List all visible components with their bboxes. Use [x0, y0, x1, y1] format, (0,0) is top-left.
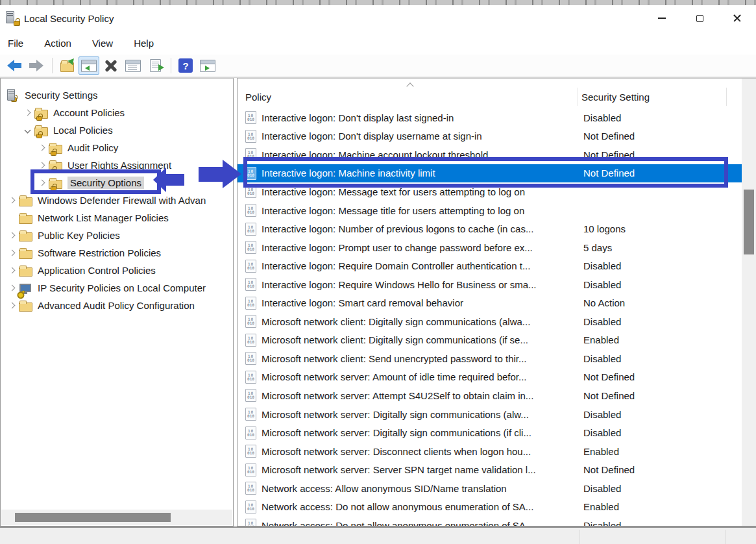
tree-item-icon	[49, 142, 64, 155]
policy-row[interactable]: Interactive logon: Prompt user to change…	[238, 238, 742, 257]
toolbar	[0, 55, 756, 77]
sidebar-item-application-control-policies[interactable]: Application Control Policies	[1, 262, 233, 279]
policy-row[interactable]: Microsoft network server: Server SPN tar…	[238, 460, 742, 479]
policy-setting-value: 10 logons	[583, 223, 626, 234]
maximize-button[interactable]	[681, 5, 718, 31]
sidebar-item-ip-security-policies-on-local-computer[interactable]: IP Security Policies on Local Computer	[1, 279, 233, 297]
bottom-strip-line	[579, 530, 580, 544]
delete-button[interactable]	[101, 56, 121, 75]
tree-item-icon	[19, 194, 34, 207]
column-header-policy[interactable]: Policy	[245, 92, 271, 103]
list-vertical-scrollbar-thumb[interactable]	[744, 190, 754, 254]
policy-rows: Interactive logon: Don't display last si…	[238, 108, 742, 526]
menu-item-action[interactable]: Action	[44, 35, 71, 51]
tree-item-label: Advanced Audit Policy Configuration	[38, 300, 195, 311]
close-button[interactable]	[718, 5, 756, 31]
sidebar-item-user-rights-assignment[interactable]: User Rights Assignment	[1, 156, 233, 174]
policy-row[interactable]: Interactive logon: Require Windows Hello…	[238, 275, 742, 294]
toolbar-separator	[52, 58, 53, 73]
sidebar-item-network-list-manager-policies[interactable]: Network List Manager Policies	[1, 209, 233, 227]
up-folder-button[interactable]	[56, 56, 77, 75]
new-window-button[interactable]	[197, 56, 218, 75]
policy-row[interactable]: Microsoft network server: Digitally sign…	[238, 423, 742, 442]
tree-horizontal-scrollbar[interactable]	[1, 510, 232, 525]
chevron-icon[interactable]	[34, 180, 49, 185]
menu-item-view[interactable]: View	[92, 35, 113, 51]
menu-item-help[interactable]: Help	[134, 35, 154, 51]
export-list-button[interactable]	[145, 56, 165, 75]
chevron-icon[interactable]	[5, 233, 19, 238]
policy-row[interactable]: Interactive logon: Machine inactivity li…	[238, 164, 742, 183]
sidebar-item-security-options[interactable]: Security Options	[1, 174, 233, 192]
policy-document-icon	[245, 241, 256, 254]
chevron-icon[interactable]	[34, 163, 49, 167]
policy-row[interactable]: Interactive logon: Don't display last si…	[238, 108, 742, 127]
policy-name: Microsoft network server: Digitally sign…	[262, 409, 583, 420]
policy-setting-value: Not Defined	[583, 390, 635, 401]
help-icon	[178, 58, 193, 73]
tree-item-icon	[6, 89, 21, 102]
back-button[interactable]	[4, 56, 25, 75]
policy-row[interactable]: Microsoft network server: Amount of idle…	[238, 368, 742, 387]
policy-row[interactable]: Network access: Allow anonymous SID/Name…	[238, 479, 742, 498]
maximize-icon	[696, 15, 703, 22]
sidebar-item-advanced-audit-policy-configuration[interactable]: Advanced Audit Policy Configuration	[1, 297, 233, 314]
policy-document-icon	[245, 445, 256, 458]
sidebar-item-software-restriction-policies[interactable]: Software Restriction Policies	[1, 244, 233, 262]
policy-row[interactable]: Microsoft network server: Digitally sign…	[238, 405, 742, 424]
policy-name: Interactive logon: Require Domain Contro…	[262, 260, 583, 271]
chevron-icon[interactable]	[5, 198, 19, 203]
chevron-icon[interactable]	[20, 128, 34, 132]
tree-item-label: Windows Defender Firewall with Advan	[38, 195, 206, 206]
policy-name: Interactive logon: Message text for user…	[262, 186, 583, 197]
sidebar-item-security-settings[interactable]: Security Settings	[1, 86, 233, 104]
policy-row[interactable]: Network access: Do not allow anonymous e…	[238, 497, 742, 516]
policy-row[interactable]: Microsoft network client: Digitally sign…	[238, 312, 742, 331]
chevron-icon[interactable]	[34, 145, 49, 150]
console-tree-icon	[81, 60, 97, 72]
main-area: Security Settings Account Policies Local…	[0, 78, 756, 528]
policy-row[interactable]: Interactive logon: Message text for user…	[238, 182, 742, 201]
tree-item-icon	[34, 124, 50, 137]
policy-row[interactable]: Microsoft network server: Disconnect cli…	[238, 442, 742, 461]
column-header-security-setting[interactable]: Security Setting	[581, 92, 650, 103]
policy-row[interactable]: Network access: Do not allow anonymous e…	[238, 516, 742, 526]
policy-setting-value: Enabled	[583, 334, 619, 345]
policy-name: Interactive logon: Don't display last si…	[262, 112, 583, 123]
properties-button[interactable]	[123, 56, 143, 75]
column-separator[interactable]	[726, 88, 727, 106]
sidebar-item-local-policies[interactable]: Local Policies	[1, 121, 233, 139]
policy-row[interactable]: Interactive logon: Require Domain Contro…	[238, 256, 742, 275]
policy-setting-value: Not Defined	[583, 464, 635, 475]
policy-row[interactable]: Interactive logon: Machine account locko…	[238, 145, 742, 164]
policy-row[interactable]: Microsoft network client: Send unencrypt…	[238, 349, 742, 368]
menu-item-file[interactable]: File	[8, 35, 23, 51]
list-vertical-scrollbar[interactable]	[742, 79, 756, 526]
minimize-button[interactable]	[643, 5, 681, 31]
tree-horizontal-scrollbar-thumb[interactable]	[15, 513, 171, 522]
show-console-tree-button[interactable]	[79, 56, 99, 75]
policy-row[interactable]: Interactive logon: Don't display usernam…	[238, 127, 742, 146]
sidebar-item-account-policies[interactable]: Account Policies	[1, 104, 233, 121]
sidebar-item-public-key-policies[interactable]: Public Key Policies	[1, 227, 233, 244]
policy-row[interactable]: Interactive logon: Number of previous lo…	[238, 219, 742, 238]
sidebar-item-windows-defender-firewall-with-advan[interactable]: Windows Defender Firewall with Advan	[1, 192, 233, 209]
forward-button[interactable]	[26, 56, 47, 75]
sidebar-item-audit-policy[interactable]: Audit Policy	[1, 139, 233, 156]
chevron-icon[interactable]	[5, 286, 19, 290]
help-button[interactable]	[175, 56, 196, 75]
policy-row[interactable]: Microsoft network server: Attempt S4U2Se…	[238, 386, 742, 405]
policy-setting-value: Enabled	[583, 446, 619, 457]
policy-row[interactable]: Microsoft network client: Digitally sign…	[238, 331, 742, 350]
policy-row[interactable]: Interactive logon: Smart card removal be…	[238, 293, 742, 312]
chevron-icon[interactable]	[5, 303, 19, 308]
policy-setting-value: Disabled	[583, 409, 621, 420]
chevron-icon[interactable]	[5, 268, 19, 273]
policy-row[interactable]: Interactive logon: Message title for use…	[238, 201, 742, 220]
policy-document-icon	[245, 501, 256, 513]
tree-item-icon	[19, 299, 34, 312]
chevron-icon[interactable]	[20, 110, 34, 115]
column-separator[interactable]	[578, 88, 578, 106]
chevron-icon[interactable]	[5, 251, 19, 255]
menubar: FileActionViewHelp	[0, 31, 756, 55]
